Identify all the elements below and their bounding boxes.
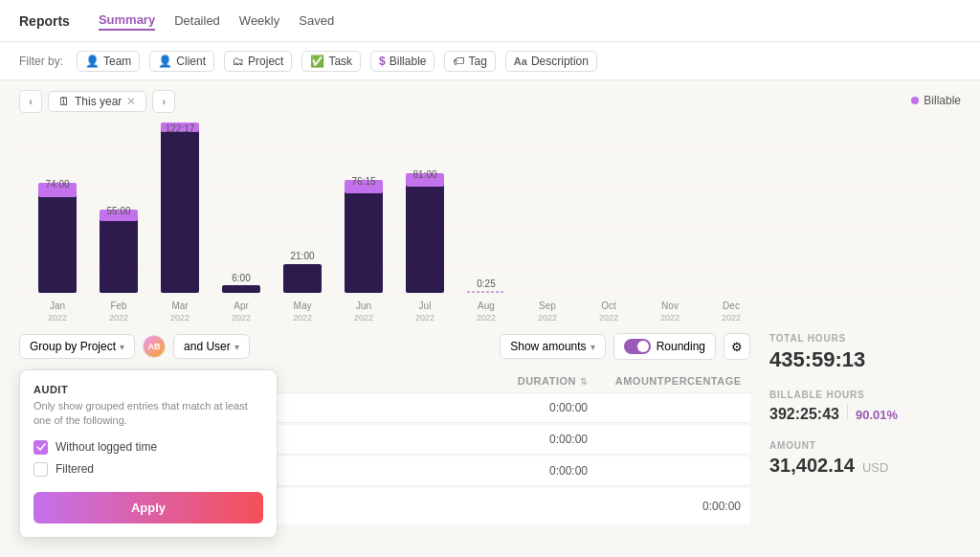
billable-label: Billable (924, 94, 961, 107)
amount-currency: USD (862, 460, 888, 475)
show-amounts-chevron: ▾ (590, 342, 595, 352)
billable-indicator: Billable (911, 94, 961, 107)
billable-hours-label: BILLABLE HOURS (769, 390, 961, 400)
svg-text:Oct: Oct (601, 301, 616, 311)
rounding-toggle (624, 339, 651, 354)
duration-value: 0:00:00 (492, 464, 588, 478)
show-amounts-label: Show amounts (510, 340, 586, 353)
group-by-label: Group by Project (30, 340, 116, 353)
filter-bar: Filter by: 👤 Team 👤 Client 🗂 Project ✅ T… (0, 42, 980, 80)
svg-rect-5 (38, 192, 77, 293)
svg-text:2022: 2022 (293, 313, 312, 323)
chart-container: 74:00 Jan 2022 55:00 Feb 2022 122:17 Mar… (19, 123, 961, 323)
svg-text:Aug: Aug (478, 301, 495, 311)
svg-text:21:00: 21:00 (290, 251, 314, 261)
billable-hours-pct: 90.01% (856, 408, 898, 422)
svg-text:6:00: 6:00 (232, 273, 251, 283)
col-amount-header: AMOUNT (588, 375, 664, 387)
svg-text:May: May (294, 301, 312, 311)
settings-button[interactable]: ⚙ (724, 333, 750, 360)
nav-summary[interactable]: Summary (99, 11, 155, 31)
brand-title: Reports (19, 13, 70, 29)
svg-text:2022: 2022 (660, 313, 679, 323)
svg-text:Nov: Nov (661, 301, 679, 311)
apply-button[interactable]: Apply (33, 492, 263, 524)
svg-text:2022: 2022 (48, 313, 67, 323)
table-area: Group by Project ▾ AB and User ▾ Show am… (19, 333, 750, 557)
svg-text:Apr: Apr (234, 301, 249, 311)
show-amounts-button[interactable]: Show amounts ▾ (500, 334, 605, 359)
chart-section: ‹ 🗓 This year ✕ › Billable 74:00 Jan 202… (0, 80, 980, 323)
nav-saved[interactable]: Saved (299, 11, 334, 30)
filter-description[interactable]: Aa Description (505, 51, 597, 72)
svg-text:74:00: 74:00 (45, 179, 69, 189)
audit-title: AUDIT (33, 384, 263, 395)
svg-text:2022: 2022 (354, 313, 373, 323)
svg-text:2022: 2022 (538, 313, 557, 323)
duration-value: 0:00:00 (492, 401, 588, 414)
without-logged-time-row[interactable]: Without logged time (33, 440, 263, 455)
svg-text:Feb: Feb (110, 301, 127, 311)
total-hours-label: TOTAL HOURS (769, 333, 961, 344)
filter-client[interactable]: 👤 Client (149, 51, 214, 72)
svg-text:81:00: 81:00 (412, 169, 436, 180)
group-by-button[interactable]: Group by Project ▾ (19, 334, 135, 359)
svg-text:2022: 2022 (722, 313, 741, 323)
svg-text:Jul: Jul (419, 301, 432, 311)
amount-label: AMOUNT (769, 440, 961, 451)
divider (847, 404, 848, 419)
billable-hours-row: 392:25:43 90.01% (769, 404, 961, 423)
svg-text:Dec: Dec (723, 301, 740, 311)
svg-text:2022: 2022 (415, 313, 434, 323)
amount-value: 31,402.14 (769, 455, 855, 477)
team-icon: 👤 (85, 55, 100, 68)
nav-weekly[interactable]: Weekly (239, 11, 279, 30)
svg-text:2022: 2022 (599, 313, 618, 323)
svg-rect-20 (222, 285, 260, 293)
filter-project[interactable]: 🗂 Project (224, 51, 292, 72)
svg-text:2022: 2022 (170, 313, 189, 323)
amount-block: AMOUNT 31,402.14 USD (769, 440, 961, 477)
tag-icon: 🏷 (453, 55, 464, 68)
clear-date-button[interactable]: ✕ (126, 95, 136, 108)
svg-rect-28 (345, 189, 383, 293)
bar-chart: 74:00 Jan 2022 55:00 Feb 2022 122:17 Mar… (19, 123, 961, 323)
and-user-chevron: ▾ (234, 342, 239, 352)
svg-text:Sep: Sep (539, 301, 556, 311)
svg-rect-10 (100, 218, 138, 293)
next-period-button[interactable]: › (152, 90, 175, 113)
rounding-label: Rounding (657, 340, 705, 353)
prev-period-button[interactable]: ‹ (19, 90, 42, 113)
project-icon: 🗂 (233, 55, 244, 68)
user-avatar[interactable]: AB (143, 335, 166, 358)
svg-text:76:15: 76:15 (351, 176, 375, 187)
filtered-row[interactable]: Filtered (33, 462, 263, 477)
filter-team[interactable]: 👤 Team (77, 51, 140, 72)
col-duration-header: DURATION ⇅ (492, 375, 588, 387)
rounding-button[interactable]: Rounding (613, 333, 716, 360)
billable-icon: $ (379, 55, 386, 68)
without-logged-time-checkbox[interactable] (33, 440, 48, 455)
svg-rect-33 (406, 183, 444, 293)
filter-tag[interactable]: 🏷 Tag (444, 51, 495, 72)
and-user-button[interactable]: and User ▾ (173, 334, 250, 359)
total-hours-value: 435:59:13 (769, 347, 961, 372)
stats-panel: TOTAL HOURS 435:59:13 BILLABLE HOURS 392… (769, 333, 961, 557)
and-user-label: and User (184, 340, 231, 353)
filter-billable[interactable]: $ Billable (370, 51, 434, 72)
controls-row: Group by Project ▾ AB and User ▾ Show am… (19, 333, 750, 360)
group-by-chevron: ▾ (120, 342, 124, 352)
client-icon: 👤 (158, 55, 172, 68)
filter-label: Filter by: (19, 55, 63, 68)
svg-text:122:17: 122:17 (166, 123, 195, 134)
svg-rect-15 (161, 127, 199, 293)
filter-task[interactable]: ✅ Task (301, 51, 361, 72)
svg-text:Mar: Mar (171, 301, 189, 311)
gear-icon: ⚙ (731, 340, 743, 354)
audit-description: Only show grouped entries that match at … (33, 399, 263, 429)
nav-detailed[interactable]: Detailed (174, 11, 220, 30)
svg-text:2022: 2022 (109, 313, 128, 323)
billable-hours-value: 392:25:43 (769, 406, 839, 423)
calendar-icon: 🗓 (58, 95, 70, 108)
filtered-checkbox[interactable] (33, 462, 48, 477)
